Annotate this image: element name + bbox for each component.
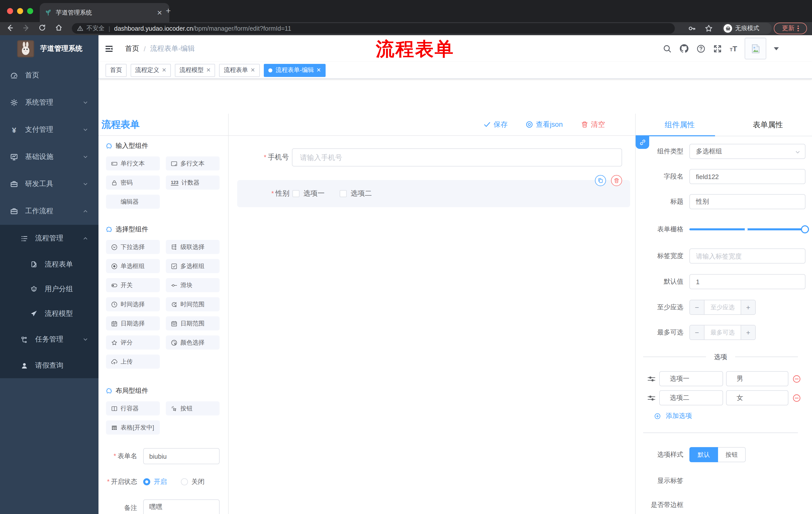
minimize-window-button[interactable] [17,8,23,14]
sidebar-logo[interactable]: 芋道管理系统 [0,35,98,62]
tag-close-icon[interactable]: ✕ [206,67,210,74]
search-icon[interactable] [663,44,672,53]
form-name-input[interactable] [143,448,220,464]
sidebar-item-system[interactable]: 系统管理 [0,89,98,116]
drag-handle-icon[interactable] [647,374,656,383]
gender-checkbox-2[interactable] [340,190,347,197]
home-icon[interactable] [55,24,63,32]
tag-process-model[interactable]: 流程模型✕ [175,64,215,77]
tag-process-form[interactable]: 流程表单✕ [219,64,260,77]
clear-button[interactable]: 清空 [578,119,608,130]
option-1-value-input[interactable] [726,371,788,386]
option-2-label-input[interactable] [659,390,723,405]
font-size-icon[interactable]: TT [730,44,737,53]
browser-tab[interactable]: 芋道管理系统 ✕ [40,3,169,22]
title-input[interactable] [689,194,806,209]
remove-option-button[interactable] [792,374,801,383]
component-chip-rate[interactable]: 评分 [106,335,160,350]
breadcrumb-home[interactable]: 首页 [125,44,139,53]
sidebar-item-leave-query[interactable]: 请假查询 [0,353,98,378]
password-key-icon[interactable] [688,24,696,33]
document-link-button[interactable] [636,136,649,149]
component-chip-radio-group[interactable]: 单选框组 [106,259,160,273]
sidebar-item-user-group[interactable]: 用户分组 [0,277,98,301]
component-chip-date-range[interactable]: 日期范围 [166,316,220,330]
max-checked-value[interactable]: 最多可选 [704,325,741,340]
sidebar-item-infra[interactable]: 基础设施 [0,143,98,170]
sidebar-item-task-mgmt[interactable]: 任务管理 [0,326,98,353]
gender-option-2-label[interactable]: 选项二 [351,189,372,198]
help-icon[interactable] [697,44,706,53]
sidebar-item-process-form[interactable]: 流程表单 [0,252,98,277]
component-type-select[interactable] [689,144,806,159]
slider-handle[interactable] [801,225,809,233]
stepper-minus-button[interactable]: − [690,325,704,340]
tag-process-definition[interactable]: 流程定义✕ [130,64,171,77]
avatar[interactable] [745,38,766,59]
tag-close-icon[interactable]: ✕ [316,67,321,74]
new-tab-button[interactable]: + [166,6,171,16]
field-gender-selected[interactable]: *性别 选项一 选项二 [237,180,630,207]
component-chip-checkbox-group[interactable]: 多选框组 [166,259,220,273]
sidebar-item-process-mgmt[interactable]: 流程管理 [0,225,98,252]
tab-close-icon[interactable]: ✕ [155,9,164,16]
github-icon[interactable] [679,44,689,53]
tag-process-form-edit[interactable]: 流程表单-编辑✕ [264,64,325,77]
incognito-chip[interactable]: 无痕模式 [722,23,772,34]
status-radio-on[interactable] [143,478,150,485]
stepper-minus-button[interactable]: − [690,300,704,314]
field-phone[interactable]: *手机号 [229,148,635,166]
status-off-label[interactable]: 关闭 [192,477,204,486]
component-chip-color-picker[interactable]: 颜色选择 [166,335,220,350]
component-chip-slider[interactable]: 滑块 [166,278,220,292]
stepper-plus-button[interactable]: + [741,300,755,314]
tab-form-props[interactable]: 表单属性 [724,114,812,136]
status-radio-off[interactable] [181,478,188,485]
tag-close-icon[interactable]: ✕ [251,67,255,74]
component-chip-table[interactable]: 表格[开发中] [106,421,160,435]
bookmark-star-icon[interactable] [704,24,713,33]
min-checked-value[interactable]: 至少应选 [704,300,741,314]
component-chip-select[interactable]: 下拉选择 [106,240,160,254]
fullscreen-icon[interactable] [713,44,722,53]
copy-field-button[interactable] [595,175,606,186]
field-name-input[interactable] [689,169,806,184]
delete-field-button[interactable] [611,175,622,186]
default-value-input[interactable] [689,274,806,289]
stepper-plus-button[interactable]: + [741,325,755,340]
address-bar[interactable]: 不安全 | dashboard.yudao.iocoder.cn/bpm/man… [72,23,675,34]
save-button[interactable]: 保存 [481,119,511,130]
close-window-button[interactable] [7,8,13,14]
remove-option-button[interactable] [792,394,801,402]
style-button-button[interactable]: 按钮 [718,447,746,462]
component-chip-time-range[interactable]: 时间范围 [166,297,220,311]
component-chip-password[interactable]: 密码 [106,175,160,190]
form-remark-textarea[interactable]: 嘿嘿 [143,499,220,514]
browser-menu-dots-icon[interactable] [798,26,799,31]
status-on-label[interactable]: 开启 [154,477,167,486]
phone-input[interactable] [292,148,622,166]
component-chip-cascader[interactable]: 级联选择 [166,240,220,254]
gender-option-1-label[interactable]: 选项一 [303,189,325,198]
sidebar-item-home[interactable]: 首页 [0,62,98,89]
sidebar-item-process-model[interactable]: 流程模型 [0,301,98,326]
component-chip-button[interactable]: 按钮 [166,401,220,415]
browser-update-button[interactable]: 更新 [774,23,807,34]
component-chip-time-picker[interactable]: 时间选择 [106,297,160,311]
style-default-button[interactable]: 默认 [689,447,718,462]
sidebar-collapse-icon[interactable] [105,44,114,53]
tab-component-props[interactable]: 组件属性 [636,114,724,136]
component-chip-upload[interactable]: 上传 [106,355,160,369]
forward-icon[interactable] [22,24,31,32]
component-chip-row-container[interactable]: 行容器 [106,401,160,415]
avatar-caret-icon[interactable] [774,47,779,53]
label-width-input[interactable] [689,248,806,264]
add-option-button[interactable]: 添加选项 [636,411,806,421]
tag-home[interactable]: 首页 [106,64,127,77]
tag-close-icon[interactable]: ✕ [162,67,166,74]
component-chip-counter[interactable]: 123 计数器 [166,175,220,190]
drag-handle-icon[interactable] [647,394,656,402]
option-1-label-input[interactable] [659,371,723,386]
sidebar-item-payment[interactable]: ¥ 支付管理 [0,116,98,143]
component-chip-date-picker[interactable]: 日期选择 [106,316,160,330]
